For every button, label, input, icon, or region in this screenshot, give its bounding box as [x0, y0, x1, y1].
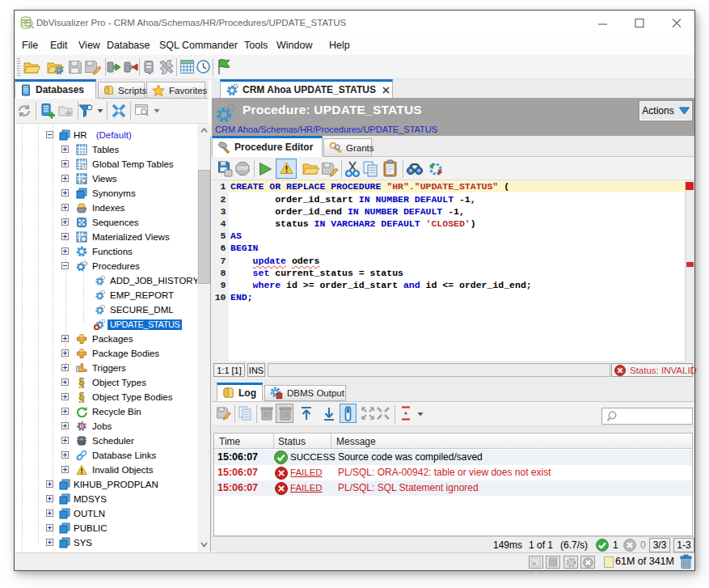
svg-text:STOP: STOP	[237, 166, 249, 171]
